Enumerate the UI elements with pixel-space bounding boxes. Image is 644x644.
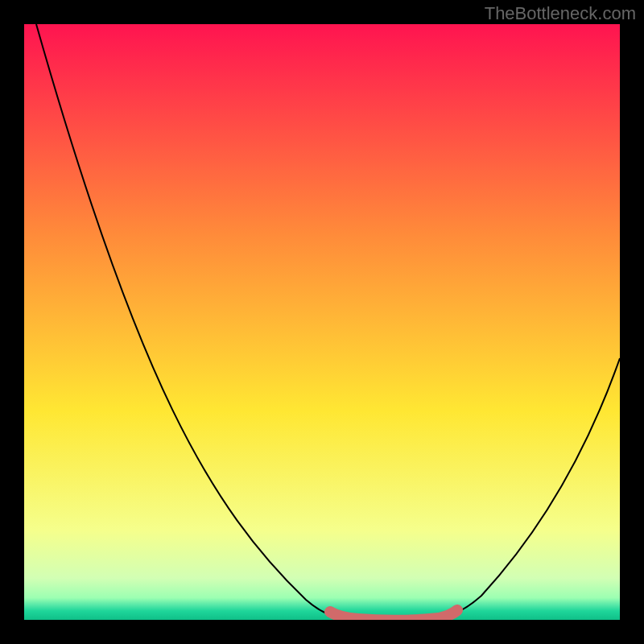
watermark-text: TheBottleneck.com: [485, 3, 636, 24]
bottleneck-chart: [0, 0, 644, 644]
gradient-background: [24, 24, 620, 620]
chart-container: TheBottleneck.com: [0, 0, 644, 644]
